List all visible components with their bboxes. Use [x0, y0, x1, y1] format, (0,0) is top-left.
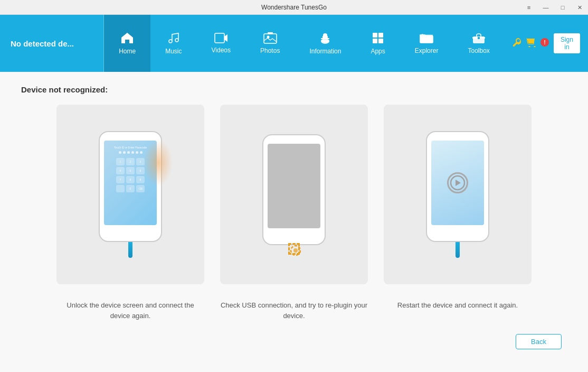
restart-desc: Restart the device and connect it again.	[384, 300, 532, 321]
cards-row: Touch ID or Enter Passcode 123	[21, 105, 567, 284]
menu-button[interactable]: ≡	[520, 0, 537, 15]
lock-dots	[119, 151, 143, 154]
cards-descriptions: Unlock the device screen and connect the…	[21, 300, 567, 321]
tab-music-label: Music	[165, 48, 182, 55]
home-icon	[120, 32, 134, 44]
tab-toolbox[interactable]: Toolbox	[453, 15, 504, 72]
phone-cable-3	[456, 242, 460, 258]
lock-numpad: 123 456 789 0⌫	[116, 158, 145, 192]
tab-photos[interactable]: Photos	[245, 15, 295, 72]
apps-icon	[372, 32, 384, 44]
svg-rect-1	[264, 34, 277, 43]
alert-icon-button[interactable]: !	[540, 38, 549, 49]
videos-icon	[214, 33, 228, 43]
restart-card	[384, 105, 532, 284]
window-controls: ≡ — □ ✕	[520, 0, 588, 15]
tab-information-label: Information	[309, 48, 341, 55]
svg-point-10	[323, 33, 327, 38]
usb-card	[220, 105, 368, 284]
svg-text:!: !	[544, 39, 546, 45]
tab-apps[interactable]: Apps	[356, 15, 400, 72]
tab-toolbox-label: Toolbox	[468, 47, 489, 54]
tab-photos-label: Photos	[260, 47, 280, 54]
tab-information[interactable]: Information	[295, 15, 356, 72]
phone-restart	[426, 131, 489, 242]
svg-rect-0	[215, 33, 224, 43]
unlock-card: Touch ID or Enter Passcode 123	[56, 105, 204, 284]
maximize-button[interactable]: □	[554, 0, 571, 15]
tab-videos[interactable]: Videos	[197, 15, 245, 72]
tab-videos-label: Videos	[212, 46, 231, 54]
close-button[interactable]: ✕	[571, 0, 588, 15]
swipe-indicator	[144, 139, 173, 187]
nav-right: ! Sign in	[505, 15, 588, 72]
information-icon	[319, 32, 331, 44]
tab-home[interactable]: Home	[104, 15, 150, 72]
key-icon-button[interactable]	[513, 38, 522, 49]
svg-rect-12	[378, 33, 383, 38]
tab-explorer-label: Explorer	[415, 47, 439, 54]
restart-icon	[447, 172, 468, 193]
app-title: Wondershare TunesGo	[261, 4, 327, 11]
cart-icon-button[interactable]	[526, 38, 536, 49]
main-content: Device not recognized: Touch ID or Enter…	[0, 72, 588, 372]
lock-screen-text: Touch ID or Enter Passcode	[114, 146, 147, 149]
phone-usb	[262, 134, 326, 245]
svg-rect-15	[420, 36, 433, 43]
svg-rect-3	[268, 32, 273, 34]
section-title: Device not recognized:	[21, 85, 567, 94]
unlock-desc: Unlock the device screen and connect the…	[56, 300, 204, 321]
device-name: No detected de...	[11, 39, 74, 48]
minimize-button[interactable]: —	[537, 0, 554, 15]
svg-rect-11	[373, 33, 377, 38]
nav-bar: No detected de... Home Music Videos	[0, 15, 588, 72]
svg-point-9	[321, 39, 329, 44]
tab-music[interactable]: Music	[150, 15, 196, 72]
usb-desc: Check USB connection, and try to re-plug…	[220, 300, 368, 321]
nav-tabs: Home Music Videos Photos	[104, 15, 505, 72]
signin-button[interactable]: Sign in	[554, 33, 580, 53]
tab-home-label: Home	[119, 48, 136, 55]
back-row: Back	[21, 334, 567, 349]
phone-cable-1	[128, 242, 132, 258]
tab-explorer[interactable]: Explorer	[400, 15, 453, 72]
svg-rect-13	[373, 39, 377, 43]
back-button[interactable]: Back	[516, 334, 562, 349]
svg-point-22	[293, 248, 298, 253]
svg-rect-14	[378, 39, 383, 43]
title-bar: Wondershare TunesGo ≡ — □ ✕	[0, 0, 588, 15]
explorer-icon	[420, 32, 433, 44]
usb-indicator	[288, 243, 300, 255]
photos-icon	[263, 32, 277, 44]
svg-marker-24	[456, 180, 461, 186]
device-label: No detected de...	[0, 15, 104, 72]
tab-apps-label: Apps	[371, 48, 385, 55]
svg-rect-18	[478, 37, 480, 39]
toolbox-icon	[472, 32, 486, 44]
music-icon	[167, 32, 180, 44]
